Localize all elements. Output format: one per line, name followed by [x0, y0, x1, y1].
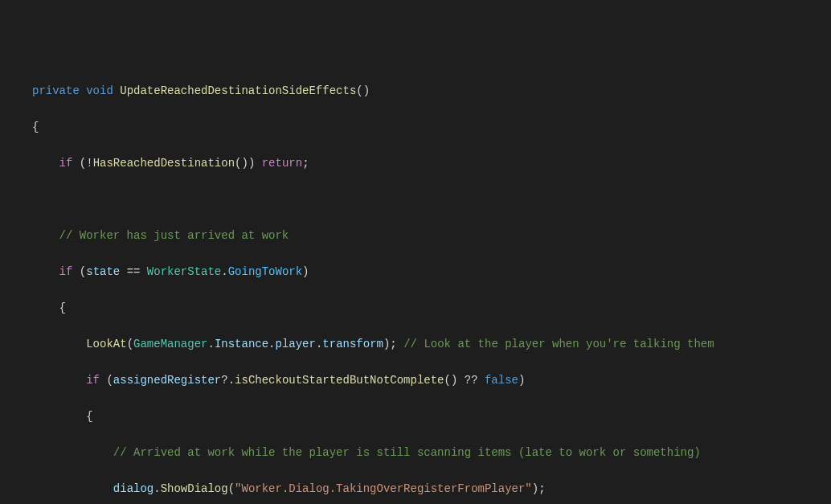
- property: Instance: [215, 338, 268, 350]
- code-line: // Arrived at work while the player is s…: [32, 444, 831, 462]
- parens: (): [356, 84, 370, 97]
- brace-open: {: [32, 121, 39, 133]
- dot: .: [154, 482, 160, 495]
- keyword-if: if: [86, 374, 100, 387]
- property: transform: [322, 338, 383, 350]
- operator: ==: [120, 265, 147, 278]
- variable: dialog: [113, 482, 154, 495]
- method-call: ShowDialog: [161, 482, 228, 495]
- type-name: GameManager: [133, 338, 207, 350]
- method-call: isCheckoutStartedButNotComplete: [235, 374, 444, 387]
- code-line: private void UpdateReachedDestinationSid…: [32, 82, 831, 100]
- comment: // Look at the player when you're talkin…: [403, 338, 714, 350]
- method-name: UpdateReachedDestinationSideEffects: [120, 84, 356, 97]
- paren-close: ): [518, 374, 525, 387]
- keyword-if: if: [59, 265, 73, 278]
- code-line: if (!HasReachedDestination()) return;: [32, 154, 831, 173]
- keyword-false: false: [485, 374, 518, 387]
- paren-close: ): [302, 265, 309, 278]
- code-line: {: [32, 299, 831, 318]
- code-line: if (assignedRegister?.isCheckoutStartedB…: [32, 371, 831, 390]
- punct: );: [383, 338, 403, 350]
- dot: .: [221, 265, 227, 278]
- keyword-private: private: [32, 84, 80, 97]
- dot: .: [207, 338, 214, 350]
- punct: ()): [235, 157, 255, 170]
- null-conditional: ?.: [221, 374, 235, 387]
- paren-open: (: [80, 265, 86, 278]
- code-line: {: [32, 118, 831, 137]
- method-call: HasReachedDestination: [93, 157, 235, 170]
- paren-open: (: [106, 374, 113, 387]
- code-editor[interactable]: private void UpdateReachedDestinationSid…: [32, 82, 831, 504]
- semicolon: ;: [302, 157, 309, 170]
- keyword-if: if: [59, 157, 73, 170]
- keyword-void: void: [86, 84, 113, 97]
- comment: // Arrived at work while the player is s…: [113, 446, 701, 459]
- null-coalesce: ??: [465, 374, 485, 387]
- code-line: // Worker has just arrived at work: [32, 227, 831, 245]
- code-line: if (state == WorkerState.GoingToWork): [32, 263, 831, 281]
- code-line-blank: [32, 191, 831, 209]
- punct: );: [532, 482, 546, 495]
- keyword-return: return: [262, 157, 302, 170]
- brace-open: {: [59, 301, 66, 314]
- method-call: LookAt: [86, 338, 126, 350]
- string-literal: "Worker.Dialog.TakingOverRegisterFromPla…: [235, 482, 532, 495]
- parens: (): [444, 374, 465, 387]
- variable: assignedRegister: [113, 374, 221, 387]
- variable: state: [86, 265, 120, 278]
- code-line: {: [32, 408, 831, 426]
- comment: // Worker has just arrived at work: [59, 229, 289, 242]
- code-line: LookAt(GameManager.Instance.player.trans…: [32, 335, 831, 354]
- type-name: WorkerState: [147, 265, 221, 278]
- dot: .: [268, 338, 275, 350]
- paren-open: (: [127, 338, 133, 350]
- punct: (!: [80, 157, 93, 170]
- paren-open: (: [228, 482, 235, 495]
- property: player: [276, 338, 316, 350]
- brace-open: {: [86, 410, 92, 423]
- enum-member: GoingToWork: [228, 265, 302, 278]
- code-line: dialog.ShowDialog("Worker.Dialog.TakingO…: [32, 480, 831, 498]
